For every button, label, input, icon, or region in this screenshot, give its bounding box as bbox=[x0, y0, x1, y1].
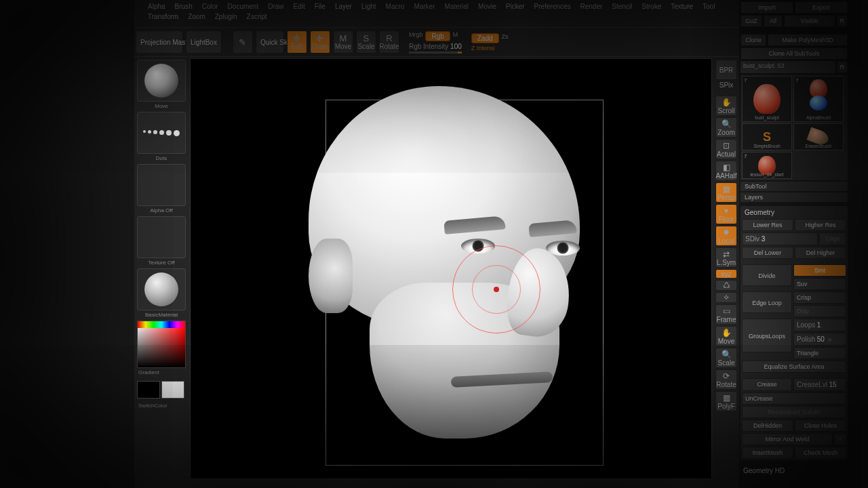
texture-thumb[interactable] bbox=[137, 216, 186, 258]
menu-document[interactable]: Document bbox=[228, 3, 259, 10]
aahalf-button[interactable]: ◧AAHalf bbox=[715, 161, 737, 181]
lightbox-button[interactable]: LightBox bbox=[186, 30, 222, 54]
spix-label[interactable]: SPix bbox=[719, 81, 734, 89]
insertmesh-button[interactable]: InsertMesh bbox=[742, 447, 793, 459]
viewport[interactable] bbox=[190, 58, 712, 479]
polyf-button[interactable]: ▦PolyF bbox=[715, 391, 737, 411]
tool-thumb[interactable]: 7bust_sculpt bbox=[742, 76, 792, 122]
divide-button[interactable]: Divide bbox=[742, 264, 792, 286]
xyz-button[interactable]: xyz bbox=[715, 269, 737, 279]
geometry-hd-header[interactable]: Geometry HD bbox=[741, 466, 848, 476]
quicksketch-button[interactable]: ✎ bbox=[233, 30, 253, 54]
mirror-axis-icon[interactable]: ✕ bbox=[834, 433, 846, 445]
menu-material[interactable]: Material bbox=[445, 3, 469, 10]
goz-all-button[interactable]: All bbox=[764, 15, 783, 27]
goz-r-button[interactable]: R bbox=[837, 15, 848, 27]
alpha-thumb[interactable] bbox=[137, 164, 186, 206]
del-higher-button[interactable]: Del Higher bbox=[795, 247, 846, 259]
menu-picker[interactable]: Picker bbox=[506, 3, 525, 10]
move-button[interactable]: MMove bbox=[333, 30, 353, 54]
menu-stroke[interactable]: Stroke bbox=[642, 3, 661, 10]
persp-button[interactable]: ▦Persp bbox=[715, 182, 737, 203]
subtool-header[interactable]: SubTool bbox=[741, 182, 848, 191]
projection-master-button[interactable]: Projection Master bbox=[136, 30, 183, 54]
menu-zoom[interactable]: Zoom bbox=[188, 13, 205, 20]
closeholes-button[interactable]: Close Holes bbox=[795, 420, 846, 432]
delhidden-button[interactable]: DelHidden bbox=[742, 420, 793, 432]
material-thumb[interactable] bbox=[137, 268, 186, 310]
loops-slider[interactable]: Loops 1 bbox=[793, 319, 846, 331]
triangle-toggle[interactable]: Triangle bbox=[793, 347, 846, 359]
scale-button[interactable]: SScale bbox=[356, 30, 376, 54]
frame-button[interactable]: ▭Frame bbox=[715, 304, 737, 325]
tool-r-button[interactable]: R bbox=[837, 61, 848, 73]
menu-edit[interactable]: Edit bbox=[294, 3, 305, 10]
switchcolor-button[interactable]: SwitchColor bbox=[137, 403, 186, 409]
zadd-toggle[interactable]: Zadd bbox=[471, 33, 499, 43]
nav-move-button[interactable]: ✋Move bbox=[715, 326, 737, 346]
geometry-title[interactable]: Geometry bbox=[742, 207, 846, 218]
local-button[interactable]: ✹Local bbox=[715, 226, 737, 246]
draw-button[interactable]: ✚Draw bbox=[310, 30, 330, 54]
lower-res-button[interactable]: Lower Res bbox=[742, 219, 793, 231]
import-button[interactable]: Import bbox=[741, 1, 793, 14]
menu-layer[interactable]: Layer bbox=[335, 3, 352, 10]
export-button[interactable]: Export bbox=[795, 1, 848, 14]
disp-slider[interactable]: Disp bbox=[793, 305, 846, 317]
bpr-button[interactable]: BPR bbox=[715, 60, 737, 80]
reconstruct-button[interactable]: Reconstruct Subdiv bbox=[742, 406, 846, 418]
scroll-button[interactable]: ✋Scroll bbox=[715, 96, 737, 116]
clone-button[interactable]: Clone bbox=[741, 34, 766, 46]
gradient-label[interactable]: Gradient bbox=[137, 369, 186, 375]
tool-thumb[interactable]: 7lesson_04_start bbox=[742, 152, 792, 179]
menu-brush[interactable]: Brush bbox=[175, 3, 193, 10]
color-swatches[interactable] bbox=[137, 381, 186, 399]
rgb-toggle[interactable]: Rgb bbox=[425, 31, 450, 41]
suv-toggle[interactable]: Suv bbox=[793, 278, 846, 290]
crisp-toggle[interactable]: Crisp bbox=[793, 291, 846, 304]
groupsloops-button[interactable]: GroupsLoops bbox=[742, 319, 792, 352]
transp-icon[interactable]: ✧ bbox=[715, 292, 737, 303]
zoom-button[interactable]: 🔍Zoom bbox=[715, 117, 737, 138]
menu-zplugin[interactable]: Zplugin bbox=[215, 13, 237, 20]
solo-icon[interactable]: ♺ bbox=[715, 280, 737, 291]
crease-button[interactable]: Crease bbox=[742, 378, 792, 391]
tool-name[interactable]: bust_sculpt. 53 bbox=[741, 61, 835, 73]
menu-texture[interactable]: Texture bbox=[671, 3, 693, 10]
menu-movie[interactable]: Movie bbox=[478, 3, 496, 10]
del-lower-button[interactable]: Del Lower bbox=[742, 247, 793, 259]
higher-res-button[interactable]: Higher Res bbox=[795, 219, 846, 231]
smt-toggle[interactable]: Smt bbox=[793, 264, 846, 277]
tool-thumb[interactable]: EraserBrush bbox=[793, 123, 844, 150]
edgeloop-button[interactable]: Edge Loop bbox=[742, 291, 792, 313]
sdiv-slider[interactable]: SDiv 3 bbox=[742, 232, 818, 245]
cage-toggle[interactable]: Cage bbox=[819, 232, 846, 245]
make-polymesh-button[interactable]: Make PolyMesh3D bbox=[768, 34, 848, 46]
menu-alpha[interactable]: Alpha bbox=[148, 3, 165, 10]
mrgb-toggle[interactable]: Mrgb bbox=[409, 31, 423, 41]
menu-file[interactable]: File bbox=[315, 3, 326, 10]
menu-stencil[interactable]: Stencil bbox=[612, 3, 632, 10]
lsym-button[interactable]: ⇄L.Sym bbox=[715, 247, 737, 268]
tool-thumb[interactable]: SSimpleBrush bbox=[742, 123, 792, 150]
menu-render[interactable]: Render bbox=[580, 3, 603, 10]
clone-all-button[interactable]: Clone All SubTools bbox=[741, 47, 848, 60]
zsub-toggle[interactable]: Zs bbox=[502, 33, 509, 43]
actual-button[interactable]: ⊡Actual bbox=[715, 139, 737, 159]
floor-button[interactable]: ▾Floor bbox=[715, 204, 737, 224]
menu-color[interactable]: Color bbox=[202, 3, 218, 10]
checkmesh-button[interactable]: Check Mesh bbox=[795, 447, 846, 459]
menu-marker[interactable]: Marker bbox=[414, 3, 435, 10]
menu-draw[interactable]: Draw bbox=[268, 3, 283, 10]
rgb-intensity-slider[interactable]: Rgb Intensity 100 bbox=[409, 43, 462, 54]
goz-button[interactable]: GoZ bbox=[741, 15, 762, 27]
menu-transform[interactable]: Transform bbox=[148, 13, 178, 20]
menu-light[interactable]: Light bbox=[361, 3, 376, 10]
polish-slider[interactable]: Polish 50 ○ bbox=[793, 333, 846, 346]
menu-macro[interactable]: Macro bbox=[386, 3, 405, 10]
menu-zscript[interactable]: Zscript bbox=[247, 13, 267, 20]
rotate-button[interactable]: RRotate bbox=[379, 30, 399, 54]
menu-preferences[interactable]: Preferences bbox=[534, 3, 571, 10]
stroke-thumb[interactable] bbox=[137, 112, 186, 154]
mirror-weld-button[interactable]: Mirror And Weld bbox=[742, 433, 833, 445]
